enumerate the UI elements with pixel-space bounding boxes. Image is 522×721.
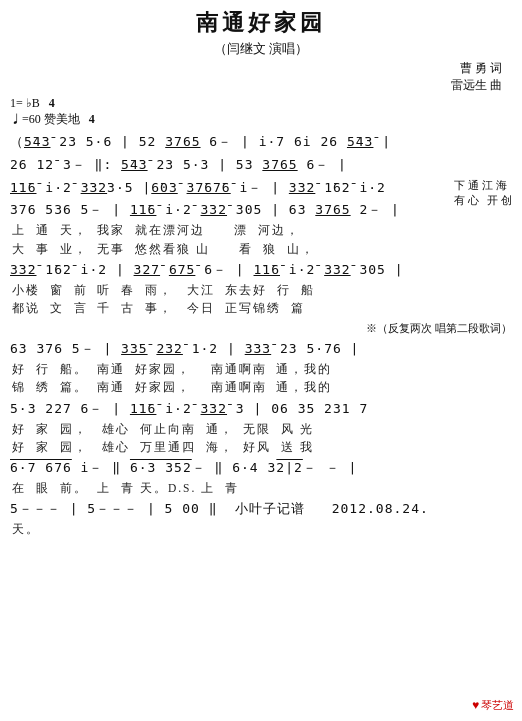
notation-5: 3̄3̄2̄ 1̄6̄2̄ i·2 | 3̄2̄7̄ 6̄7̄5̄ 6－ | 1… bbox=[10, 260, 512, 281]
score-line-9: 5－－－ | 5－－－ | 5 00 ‖ 小叶子记谱 2012.08.24. 天… bbox=[10, 499, 512, 538]
score-line-1: （5̄4̄3̄ 23 5·6 | 52 3765 6－ | i·7 6i 26 … bbox=[10, 132, 512, 153]
key-signature: 1= ♭B 4 bbox=[10, 96, 95, 111]
score-line-4: 376 536 5－ | 1̄1̄6̄ i·2̄ 3̄3̄2̄ 305 | 63… bbox=[10, 200, 512, 258]
lyric-7a: 好 家 园， 雄心 何止向南 通， 无限 风 光 bbox=[10, 420, 512, 438]
notation-6: 63 376 5－ | 3̄3̄5̄ 2̄3̄2̄ 1·2 | 3̄3̄3̄ 2… bbox=[10, 339, 512, 360]
score-section: （5̄4̄3̄ 23 5·6 | 52 3765 6－ | i·7 6i 26 … bbox=[10, 132, 512, 539]
lyric-5a: 小楼 窗 前 听 春 雨， 大江 东去好 行 船 bbox=[10, 281, 512, 299]
score-line-5: 3̄3̄2̄ 1̄6̄2̄ i·2 | 3̄2̄7̄ 6̄7̄5̄ 6－ | 1… bbox=[10, 260, 512, 318]
notation-4: 376 536 5－ | 1̄1̄6̄ i·2̄ 3̄3̄2̄ 305 | 63… bbox=[10, 200, 512, 221]
tempo: ♩=60 赞美地 4 bbox=[10, 111, 95, 128]
lyric-7b: 好 家 园， 雄心 万里通四 海， 好风 送 我 bbox=[10, 438, 512, 456]
heart-icon: ♥ bbox=[472, 698, 479, 713]
lyric-5b: 都说 文 言 千 古 事， 今日 正写锦绣 篇 bbox=[10, 299, 512, 317]
meta-row: 1= ♭B 4 ♩=60 赞美地 4 bbox=[10, 96, 512, 128]
watermark: ♥ 琴艺道 bbox=[472, 698, 514, 713]
lyric-4b: 大 事 业， 无事 悠然看狼 山 看 狼 山， bbox=[10, 240, 512, 258]
composer: 雷远生 曲 bbox=[451, 77, 502, 94]
notation-7: 5·3 227 6－ | 1̄1̄6̄ i·2̄ 3̄3̄2̄ 3 | 06 3… bbox=[10, 399, 512, 420]
notation-3: 1̄1̄6̄ i·2̄ 3̄3̄2̄3·5 |6̄0̄3̄ 3̄7̄6̄7̄6̄… bbox=[10, 178, 512, 199]
notation-8: 6·7 676 i－ ‖ 6·3 352－ ‖ 6·4 32|2－ － | bbox=[10, 458, 512, 479]
repeat-note: ※（反复两次 唱第二段歌词） bbox=[10, 320, 512, 338]
page-title: 南通好家园 bbox=[10, 8, 512, 38]
lyric-4a: 上 通 天， 我家 就在漂河边 漂 河边， bbox=[10, 221, 512, 239]
score-line-7: 5·3 227 6－ | 1̄1̄6̄ i·2̄ 3̄3̄2̄ 3 | 06 3… bbox=[10, 399, 512, 457]
subtitle: （闫继文 演唱） bbox=[10, 40, 512, 58]
score-line-8: 6·7 676 i－ ‖ 6·3 352－ ‖ 6·4 32|2－ － | 在 … bbox=[10, 458, 512, 497]
lyric-6a: 好 行 船。 南通 好家园， 南通啊南 通，我的 bbox=[10, 360, 512, 378]
lyric-8a: 在 眼 前。 上 青 天。D.S. 上 青 bbox=[10, 479, 512, 497]
notation-1: （5̄4̄3̄ 23 5·6 | 52 3765 6－ | i·7 6i 26 … bbox=[10, 132, 512, 153]
score-line-6: 63 376 5－ | 3̄3̄5̄ 2̄3̄2̄ 1·2 | 3̄3̄3̄ 2… bbox=[10, 339, 512, 397]
lyric-9a: 天。 bbox=[10, 520, 512, 538]
notation-9: 5－－－ | 5－－－ | 5 00 ‖ 小叶子记谱 2012.08.24. bbox=[10, 499, 512, 520]
lyric-6b: 锦 绣 篇。 南通 好家园， 南通啊南 通，我的 bbox=[10, 378, 512, 396]
score-line-2: 26 1̄2̄ 3－ ‖: 5̄4̄3̄ 23 5·3 | 53 3765 6－… bbox=[10, 155, 512, 176]
score-line-3: 1̄1̄6̄ i·2̄ 3̄3̄2̄3·5 |6̄0̄3̄ 3̄7̄6̄7̄6̄… bbox=[10, 178, 512, 199]
site-name: 琴艺道 bbox=[481, 698, 514, 713]
author-row: 曹 勇 词 雷远生 曲 bbox=[10, 60, 512, 94]
notation-2: 26 1̄2̄ 3－ ‖: 5̄4̄3̄ 23 5·3 | 53 3765 6－… bbox=[10, 155, 512, 176]
lyricist: 曹 勇 词 bbox=[460, 60, 502, 77]
